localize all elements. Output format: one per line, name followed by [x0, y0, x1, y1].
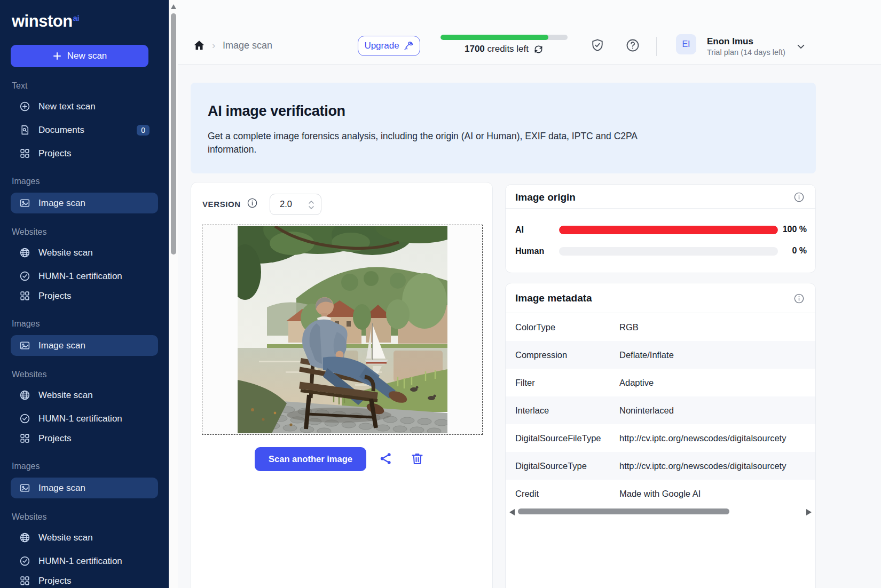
grid-icon: [19, 290, 30, 301]
table-row: DigitalSourceFileType http://cv.iptc.org…: [506, 424, 815, 452]
version-label: VERSION: [202, 200, 241, 209]
divider: [506, 208, 815, 209]
origin-human-bar: [559, 247, 778, 256]
sidebar-item-image-scan[interactable]: Image scan: [11, 335, 158, 356]
user-plan: Trial plan (14 days left): [707, 48, 785, 57]
scan-another-image-button[interactable]: Scan another image: [255, 447, 366, 471]
main-area: › Image scan Upgrade 1700 credits left E…: [178, 0, 881, 588]
share-icon[interactable]: [379, 451, 393, 466]
version-select[interactable]: 2.0: [270, 194, 321, 215]
shield-check-icon[interactable]: [590, 38, 605, 53]
plus-circle-icon: [19, 101, 30, 112]
sidebar-item-new-text-scan[interactable]: New text scan: [11, 97, 158, 116]
table-row: Interlace Noninterlaced: [506, 396, 815, 424]
select-chevrons-icon: [308, 198, 315, 211]
user-name: Enon Imus: [707, 36, 753, 47]
sidebar-item-website-scan[interactable]: Website scan: [11, 243, 158, 262]
sidebar-item-image-scan[interactable]: Image scan: [11, 193, 158, 213]
check-circle-icon: [19, 413, 30, 424]
image-origin-title: Image origin: [515, 192, 576, 203]
breadcrumb-chevron-icon: ›: [212, 39, 215, 51]
top-header: › Image scan Upgrade 1700 credits left E…: [178, 0, 881, 65]
table-row: ColorType RGB: [506, 313, 815, 341]
sidebar-section-websites: Websites Website scan HUMN-1 certificati…: [0, 227, 169, 305]
new-scan-button[interactable]: New scan: [11, 45, 148, 67]
brand-logo: winstonai: [12, 12, 169, 31]
origin-ai-label: AI: [515, 225, 524, 235]
home-icon[interactable]: [193, 39, 206, 52]
origin-ai-value: 100 %: [773, 225, 807, 234]
globe-icon: [19, 390, 30, 401]
page-description: Get a complete image forensics analysis,…: [208, 130, 651, 157]
help-icon[interactable]: [625, 38, 640, 53]
origin-human-label: Human: [515, 247, 544, 256]
credits-meter: 1700 credits left: [440, 35, 568, 54]
origin-ai-bar: [559, 226, 778, 234]
content-area: AI image verification Get a complete ima…: [178, 65, 881, 588]
horizontal-scrollbar-thumb[interactable]: [518, 508, 729, 514]
sidebar-item-projects[interactable]: Projects: [11, 571, 158, 588]
sidebar-section-images: Images Image scan: [0, 462, 169, 498]
image-icon: [19, 197, 30, 209]
sidebar-item-website-scan[interactable]: Website scan: [11, 386, 158, 404]
documents-count-badge: 0: [137, 125, 150, 136]
sidebar-item-humn1-certification[interactable]: HUMN-1 certification: [11, 552, 158, 570]
sidebar-section-websites: Websites Website scan HUMN-1 certificati…: [0, 370, 169, 448]
sidebar: winstonai New scan Text New text scan Do…: [0, 0, 169, 588]
refresh-icon[interactable]: [533, 44, 544, 54]
breadcrumb: Image scan: [223, 40, 272, 51]
scroll-up-arrow-icon[interactable]: [171, 4, 176, 9]
image-dropzone: [202, 225, 483, 435]
sidebar-item-projects[interactable]: Projects: [11, 144, 158, 163]
scan-card: VERSION 2.0: [191, 182, 493, 588]
origin-human-value: 0 %: [773, 246, 807, 256]
scroll-right-arrow-icon[interactable]: [806, 509, 812, 515]
scanned-image: [238, 226, 447, 433]
grid-icon: [19, 575, 30, 586]
sidebar-section-images: Images Image scan: [0, 319, 169, 356]
table-row: DigitalSourceType http://cv.iptc.org/new…: [506, 452, 815, 480]
image-metadata-card: Image metadata ColorType RGB Compression…: [505, 283, 816, 588]
globe-icon: [19, 532, 30, 543]
info-icon[interactable]: [793, 192, 805, 203]
sidebar-item-image-scan[interactable]: Image scan: [11, 478, 158, 498]
rocket-icon: [403, 41, 414, 51]
chevron-down-icon[interactable]: [795, 41, 807, 52]
info-icon[interactable]: [247, 197, 258, 209]
page-title: AI image verification: [208, 103, 345, 120]
horizontal-scrollbar[interactable]: [506, 507, 815, 517]
sidebar-item-humn1-certification[interactable]: HUMN-1 certification: [11, 409, 158, 428]
sidebar-section-images: Images Image scan: [0, 177, 169, 213]
metadata-table: ColorType RGB Compression Deflate/Inflat…: [506, 313, 815, 507]
header-divider: [656, 37, 657, 56]
table-row: Credit Made with Google AI: [506, 480, 815, 507]
sidebar-section-websites: Websites Website scan HUMN-1 certificati…: [0, 512, 169, 588]
check-circle-icon: [19, 555, 30, 567]
avatar[interactable]: EI: [676, 34, 696, 54]
info-icon[interactable]: [793, 293, 805, 304]
upgrade-button[interactable]: Upgrade: [358, 36, 420, 56]
check-circle-icon: [19, 271, 30, 282]
sidebar-item-projects[interactable]: Projects: [11, 429, 158, 448]
vertical-scrollbar-thumb[interactable]: [171, 13, 176, 255]
image-origin-card: Image origin AI 100 % Human 0 %: [505, 184, 816, 273]
plus-icon: [52, 51, 62, 61]
sidebar-item-website-scan[interactable]: Website scan: [11, 528, 158, 547]
image-icon: [19, 340, 30, 351]
credits-progress-track: [440, 35, 568, 40]
globe-icon: [19, 247, 30, 258]
scroll-left-arrow-icon[interactable]: [509, 509, 515, 515]
sidebar-item-documents[interactable]: Documents 0: [11, 121, 158, 139]
grid-icon: [19, 148, 30, 159]
sidebar-section-text: Text New text scan Documents 0 Projects: [0, 81, 169, 163]
table-row: Filter Adaptive: [506, 369, 815, 396]
table-row: Compression Deflate/Inflate: [506, 341, 815, 369]
trash-icon[interactable]: [410, 451, 424, 466]
sidebar-item-humn1-certification[interactable]: HUMN-1 certification: [11, 267, 158, 285]
info-banner: AI image verification Get a complete ima…: [191, 83, 816, 173]
credits-label: 1700 credits left: [440, 44, 568, 54]
sidebar-item-projects[interactable]: Projects: [11, 287, 158, 305]
credits-progress-fill: [440, 35, 548, 40]
image-metadata-title: Image metadata: [515, 292, 592, 304]
grid-icon: [19, 433, 30, 444]
